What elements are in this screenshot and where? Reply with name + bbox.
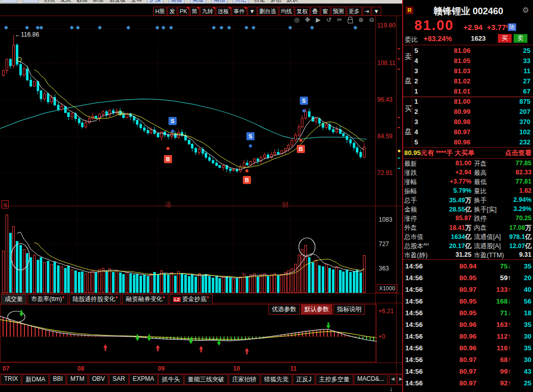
zoom-in-icon[interactable]: ⊕ [357, 16, 364, 23]
sub-tab-陆股通持股变化[interactable]: 陆股通持股变化● [69, 294, 122, 305]
sub-tab-成交量[interactable]: 成交量 [1, 294, 26, 305]
top-menu-item[interactable]: 创业板 [109, 0, 126, 4]
sub-tab-融资融券变化[interactable]: 融资融券变化● [122, 294, 169, 305]
top-menu-button[interactable]: 港股 [169, 0, 185, 4]
top-menu-item[interactable]: 数据 [76, 0, 88, 4]
buy-button[interactable]: 买 [498, 34, 512, 43]
lock-icon[interactable] [347, 16, 354, 23]
top-menu-item[interactable]: 多图 [270, 0, 282, 4]
top-menu-item[interactable]: 默认 [287, 0, 298, 4]
big-order-notice[interactable]: 80.95元有 ****手 大买单点击查看 [403, 148, 533, 158]
param-button-优选参数[interactable]: 优选参数 [268, 304, 300, 315]
indicator-tab-SAR[interactable]: SAR [109, 374, 129, 385]
toolbar-button-▼[interactable]: ▼ [247, 7, 257, 16]
top-menu-item[interactable]: 全球 [131, 0, 142, 4]
top-menu-button[interactable]: 沪深 [147, 0, 163, 4]
param-button-默认参数[interactable]: 默认参数 [301, 304, 332, 315]
sell-button[interactable]: 卖 [514, 34, 527, 43]
ask-row[interactable]: 581.0625 [403, 46, 533, 56]
play-icon[interactable]: ▶ [315, 16, 322, 23]
event-diamond-icon[interactable]: ◆ [25, 24, 29, 30]
toolbar-button-复权[interactable]: 复权 [295, 7, 310, 16]
download-arrow-icon[interactable]: ↓ [388, 385, 395, 392]
indicator-tab-OBV[interactable]: OBV [89, 374, 108, 385]
event-diamond-icon[interactable]: ◆ [126, 24, 130, 30]
toolbar-button-九转[interactable]: 九转 [200, 7, 215, 16]
sub-tab-资金抄底[interactable]: L2资金抄底● [170, 294, 212, 305]
param-button-指标说明[interactable]: 指标说明 [333, 304, 365, 315]
indicator-tab-猎狐先觉[interactable]: 猎狐先觉 [261, 374, 292, 385]
toolbar-button-窗[interactable]: 窗 [321, 7, 330, 16]
event-diamond-icon[interactable]: ◆ [227, 24, 231, 30]
ask-row[interactable]: 481.0533 [403, 56, 533, 66]
toolbar-button-发[interactable]: 发 [167, 7, 177, 16]
event-diamond-icon[interactable]: ◆ [98, 24, 102, 30]
indicator-tab-正反J[interactable]: 正反J [293, 374, 315, 385]
notice-link[interactable]: 点击查看 [505, 148, 531, 158]
indicator-tab-EXPMA[interactable]: EXPMA [129, 374, 158, 385]
volume-bar [239, 277, 241, 293]
bid-row[interactable]: 280.99207 [403, 107, 533, 117]
top-menu-button[interactable] [1, 0, 17, 3]
event-diamond-icon[interactable]: ◆ [288, 24, 292, 30]
undo-icon[interactable]: ↺ [325, 16, 332, 23]
sub-tab-市盈率(ttm)[interactable]: 市盈率(ttm)● [27, 294, 68, 305]
toolbar-button-预测[interactable]: 预测 [331, 7, 346, 16]
indicator-tab-新DMA[interactable]: 新DMA [22, 374, 49, 385]
indicator-tab-MACD&...[interactable]: MACD&... [354, 374, 388, 385]
toolbar-button-事件[interactable]: 事件 [232, 7, 247, 16]
toolbar-button-⇥[interactable]: ⇥ [362, 7, 371, 16]
indicator-tab-抓牛头[interactable]: 抓牛头 [158, 374, 184, 385]
bid-row[interactable]: 580.96232 [403, 137, 533, 147]
indicator-tab-主控多空量[interactable]: 主控多空量 [316, 374, 353, 385]
event-diamond-icon[interactable]: ◆ [76, 24, 80, 30]
top-menu-item[interactable]: 热点 [44, 0, 55, 4]
indicator-tab-MTM[interactable]: MTM [67, 374, 88, 385]
toolbar-button-连板[interactable]: 连板 [216, 7, 231, 16]
event-diamond-icon[interactable]: ◆ [219, 24, 223, 30]
event-diamond-icon[interactable]: ◆ [251, 24, 256, 30]
toolbar-button-更多[interactable]: 更多 [347, 7, 362, 16]
toolbar-button-PK[interactable]: PK [178, 7, 189, 16]
top-menu-button[interactable]: 期指 [211, 0, 228, 4]
event-diamond-icon[interactable]: ◆ [161, 24, 165, 30]
ask-row[interactable]: 181.0167 [403, 86, 533, 97]
top-menu-item[interactable]: 自定 [254, 0, 265, 4]
event-diamond-icon[interactable]: ◆ [310, 24, 314, 30]
zoom-out-icon[interactable]: ⊖ [368, 16, 375, 23]
indicator-tab-庄家抬轿[interactable]: 庄家抬轿 [229, 374, 260, 385]
ask-row[interactable]: 381.0311 [403, 66, 533, 76]
top-menu-item[interactable]: 新股 [93, 0, 104, 4]
event-diamond-icon[interactable]: ◆ [39, 24, 43, 30]
toolbar-button-简[interactable]: 简 [190, 7, 200, 16]
event-diamond-icon[interactable]: ◆ [244, 24, 248, 30]
event-diamond-icon[interactable]: ◆ [155, 24, 159, 30]
pan-hand-icon[interactable]: ✥ [304, 16, 311, 23]
scissors-icon[interactable]: ✂ [336, 16, 343, 23]
toolbar-button-均线[interactable]: 均线 [279, 7, 294, 16]
gear-icon[interactable]: ⚙ [522, 6, 529, 15]
event-diamond-icon[interactable]: ◆ [70, 24, 74, 30]
event-diamond-icon[interactable]: ◆ [4, 24, 8, 30]
toolbar-button-▼[interactable]: ▼ [372, 7, 381, 16]
kline-chart-canvas[interactable]: ◆◆◆◆◆◆◆◆◆◆◆◆◆◆◆◆◆◆◆SSSBBB [0, 0, 402, 392]
event-diamond-icon[interactable]: ◆ [353, 24, 357, 30]
tabs-scroll-left[interactable]: ◀ [389, 374, 397, 385]
event-diamond-icon[interactable]: ◆ [169, 24, 173, 30]
toolbar-button-叠[interactable]: 叠 [311, 7, 320, 16]
toolbar-button-H股[interactable]: H股 [153, 7, 167, 16]
ask-row[interactable]: 281.0227 [403, 76, 533, 86]
indicator-tab-BBI[interactable]: BBI [49, 374, 66, 385]
toolbar-button-删自选[interactable]: 删自选 [258, 7, 278, 16]
bid-row[interactable]: 380.98370 [403, 117, 533, 127]
bid-row[interactable]: 480.97102 [403, 127, 533, 137]
top-menu-button[interactable]: 外汇 [233, 0, 249, 4]
indicator-tab-TRIX[interactable]: TRIX [1, 374, 21, 385]
top-menu-item[interactable]: 龙虎 [60, 0, 71, 4]
eye-icon[interactable]: ◎ [293, 16, 300, 23]
top-menu-button[interactable] [22, 0, 39, 3]
indicator-tab-量能三线突破[interactable]: 量能三线突破 [184, 374, 228, 385]
top-menu-button[interactable]: 美股 [190, 0, 206, 4]
bid-row[interactable]: 181.00875 [403, 97, 533, 107]
event-diamond-icon[interactable]: ◆ [212, 24, 216, 30]
